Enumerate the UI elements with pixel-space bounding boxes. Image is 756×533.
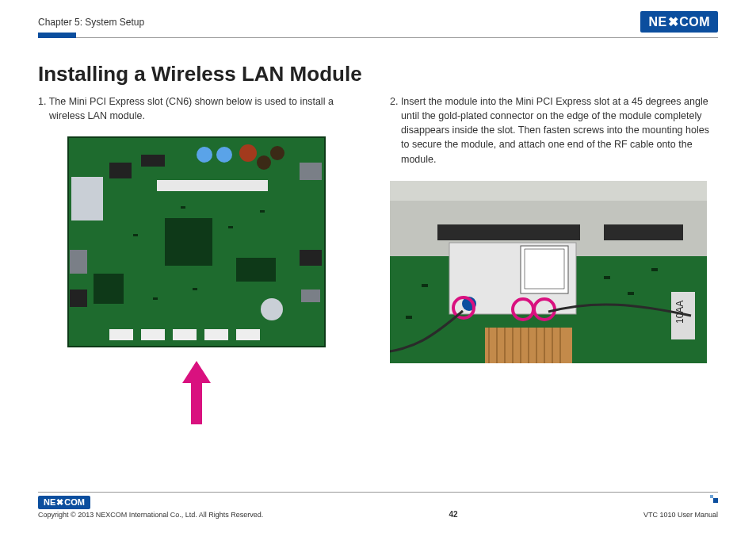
svg-rect-30 (260, 210, 265, 213)
footer-rule (38, 492, 718, 493)
svg-rect-28 (228, 226, 233, 228)
svg-point-10 (239, 144, 257, 162)
svg-rect-62 (406, 316, 412, 319)
svg-point-24 (261, 298, 283, 320)
svg-rect-19 (300, 163, 322, 180)
page-number: 42 (449, 510, 458, 519)
svg-rect-58 (604, 276, 610, 279)
svg-point-8 (197, 147, 212, 163)
header-tab-accent (38, 33, 76, 38)
svg-rect-20 (300, 250, 322, 266)
svg-rect-4 (236, 258, 276, 282)
figure-module-closeup: 10AA (390, 181, 707, 367)
column-left: 1. The Mini PCI Express slot (CN6) shown… (38, 94, 366, 428)
page-title: Installing a Wireless LAN Module (38, 62, 718, 86)
step-2-text: 2. Insert the module into the Mini PCI E… (390, 94, 718, 167)
svg-rect-21 (301, 290, 320, 302)
svg-rect-5 (109, 163, 132, 178)
svg-rect-22 (70, 250, 87, 274)
svg-point-9 (216, 147, 232, 163)
module-closeup-image: 10AA (390, 181, 707, 363)
svg-rect-61 (422, 284, 428, 287)
svg-rect-13 (157, 180, 268, 191)
svg-rect-29 (153, 297, 158, 300)
motherboard-image (62, 131, 331, 353)
footer-left: NE✖COM Copyright © 2013 NEXCOM Internati… (38, 496, 263, 519)
svg-rect-3 (94, 274, 124, 304)
svg-point-11 (257, 155, 271, 170)
svg-point-12 (270, 146, 284, 160)
svg-rect-59 (628, 292, 634, 295)
svg-rect-16 (173, 329, 197, 340)
svg-rect-2 (165, 218, 212, 266)
svg-rect-36 (437, 224, 580, 240)
svg-rect-17 (204, 329, 228, 340)
svg-rect-60 (651, 268, 658, 271)
column-right: 2. Insert the module into the Mini PCI E… (390, 94, 718, 428)
arrow-indicator (62, 361, 331, 428)
copyright-text: Copyright © 2013 NEXCOM International Co… (38, 511, 263, 519)
svg-rect-14 (109, 329, 133, 340)
svg-rect-27 (133, 234, 138, 236)
figure-motherboard (62, 131, 331, 428)
svg-rect-18 (236, 329, 260, 340)
svg-rect-7 (71, 177, 103, 220)
brand-logo: NE✖COM (640, 11, 718, 33)
svg-rect-15 (141, 329, 165, 340)
up-arrow-icon (181, 361, 212, 424)
svg-marker-31 (182, 361, 211, 424)
svg-rect-26 (193, 288, 197, 290)
chapter-title: Chapter 5: System Setup (38, 17, 144, 28)
svg-rect-40 (525, 249, 564, 289)
step-1-text: 1. The Mini PCI Express slot (CN6) shown… (38, 94, 366, 123)
svg-rect-25 (181, 206, 185, 209)
svg-rect-37 (604, 224, 683, 240)
footer-brand-logo: NE✖COM (38, 496, 90, 509)
svg-rect-6 (141, 155, 165, 167)
manual-name: VTC 1010 User Manual (643, 511, 718, 519)
svg-rect-23 (70, 290, 87, 307)
